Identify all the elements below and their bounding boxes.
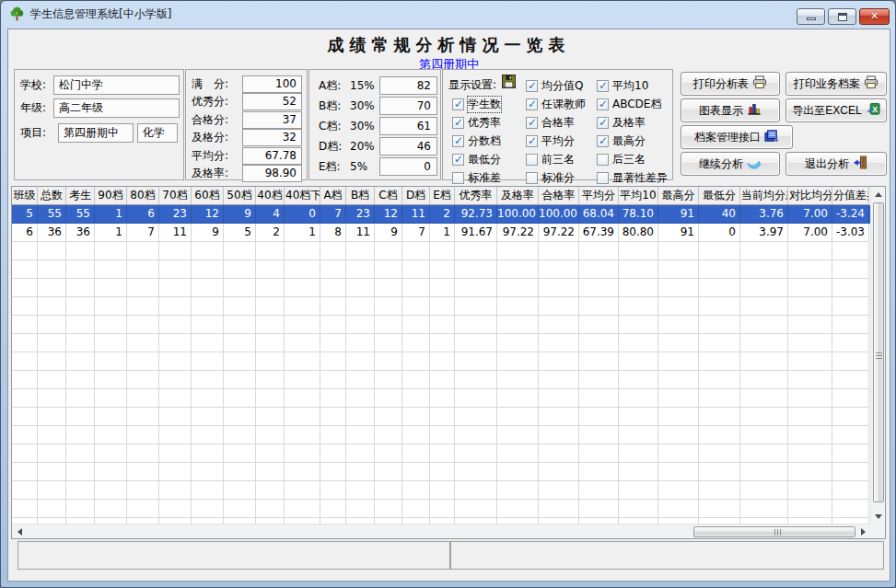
- checkbox-checked-icon[interactable]: [526, 80, 538, 92]
- checkbox-checked-icon[interactable]: [452, 135, 464, 147]
- chart-display-button[interactable]: 图表显示: [681, 98, 780, 122]
- grade-band-value[interactable]: 61: [379, 117, 437, 135]
- maximize-button[interactable]: [828, 8, 856, 25]
- exit-analysis-button[interactable]: 退出分析: [785, 152, 887, 176]
- horizontal-scroll-thumb[interactable]: [693, 526, 855, 537]
- display-option-前三名[interactable]: 前三名: [526, 150, 586, 168]
- archive-interface-button[interactable]: 档案管理接口: [681, 125, 793, 149]
- grid-cell-empty: [619, 389, 658, 408]
- grid-cell-empty: [95, 279, 127, 297]
- scroll-down-arrow[interactable]: [871, 509, 886, 524]
- checkbox-unchecked-icon[interactable]: [597, 172, 609, 184]
- grid-cell: 7: [402, 224, 430, 242]
- info-panel: 学校: 松门中学 年级: 高二年级 项目: 第四册期中 化学: [14, 69, 184, 180]
- grid-cell-empty: [375, 297, 402, 316]
- project-subject-field[interactable]: 化学: [137, 123, 178, 143]
- display-option-优秀率[interactable]: 优秀率: [452, 113, 501, 132]
- checkbox-label: 显著性差异: [612, 170, 668, 186]
- checkbox-checked-icon[interactable]: [526, 135, 538, 147]
- grade-band-label: E档:: [319, 159, 350, 175]
- grid-cell-empty: [127, 444, 159, 463]
- grid-cell-empty: [430, 352, 455, 371]
- grid-cell-empty: [699, 500, 740, 518]
- checkbox-checked-icon[interactable]: [452, 117, 464, 129]
- grid-cell-empty: [539, 408, 579, 426]
- project-term-field[interactable]: 第四册期中: [58, 123, 134, 143]
- score-setting-value[interactable]: 32: [242, 129, 302, 146]
- grid-cell-empty: [159, 352, 192, 371]
- grid-cell-empty: [455, 316, 497, 334]
- vertical-scroll-thumb[interactable]: [873, 202, 884, 502]
- scroll-up-arrow[interactable]: [871, 187, 886, 202]
- horizontal-scrollbar[interactable]: [12, 524, 870, 538]
- display-option-标准分[interactable]: 标准分: [526, 168, 586, 187]
- display-option-学生数[interactable]: 学生数: [452, 95, 501, 113]
- display-settings-panel: 显示设置: 学生数优秀率分数档最低分标准差 均分值Q任课教师合格率平均分前三名标…: [442, 69, 673, 180]
- score-setting-value[interactable]: 52: [242, 93, 302, 110]
- checkbox-checked-icon[interactable]: [452, 98, 464, 110]
- display-option-及格率[interactable]: 及格率: [597, 113, 668, 132]
- close-button[interactable]: ✕: [859, 8, 890, 25]
- grade-band-value[interactable]: 0: [379, 157, 437, 176]
- save-settings-icon[interactable]: [502, 75, 516, 88]
- minimize-button[interactable]: [797, 8, 825, 25]
- score-setting-value[interactable]: 67.78: [242, 147, 302, 165]
- grid-cell-empty: [38, 426, 66, 444]
- scroll-right-arrow[interactable]: [855, 525, 870, 539]
- checkbox-unchecked-icon[interactable]: [597, 154, 609, 166]
- grade-band-value[interactable]: 46: [379, 137, 437, 156]
- print-analysis-table-button[interactable]: 打印分析表: [681, 72, 780, 96]
- display-option-最低分[interactable]: 最低分: [452, 150, 501, 168]
- display-option-ABCDE档[interactable]: ABCDE档: [597, 95, 668, 113]
- grade-band-value[interactable]: 82: [379, 76, 437, 95]
- grid-cell-empty: [95, 316, 127, 334]
- display-option-平均10[interactable]: 平均10: [597, 76, 668, 95]
- scroll-left-arrow[interactable]: [12, 525, 27, 539]
- grid-cell-empty: [224, 426, 256, 444]
- grid-header-cell: 当前均分差: [740, 187, 788, 205]
- display-option-平均分[interactable]: 平均分: [526, 132, 586, 150]
- table-row[interactable]: 636361711952181197191.6797.2297.2267.398…: [12, 224, 870, 242]
- grid-cell-empty: [788, 297, 832, 316]
- table-row[interactable]: 555551623129407231211292.73100.00100.006…: [12, 205, 870, 224]
- print-business-archive-button[interactable]: 打印业务档案: [785, 72, 887, 96]
- score-setting-value[interactable]: 98.90: [242, 165, 302, 182]
- checkbox-checked-icon[interactable]: [452, 154, 464, 166]
- display-option-标准差[interactable]: 标准差: [452, 168, 501, 187]
- checkbox-checked-icon[interactable]: [526, 117, 538, 129]
- grid-cell-empty: [192, 408, 224, 426]
- checkbox-unchecked-icon[interactable]: [452, 172, 464, 184]
- grid-cell-empty: [159, 426, 192, 444]
- display-option-均分值Q[interactable]: 均分值Q: [526, 76, 586, 95]
- checkbox-unchecked-icon[interactable]: [526, 172, 538, 184]
- continue-analysis-button[interactable]: 继续分析: [681, 152, 780, 176]
- checkbox-checked-icon[interactable]: [597, 98, 609, 110]
- grid-cell-empty: [402, 279, 430, 297]
- checkbox-checked-icon[interactable]: [597, 135, 609, 147]
- grade-field[interactable]: 高二年级: [53, 98, 180, 118]
- checkbox-unchecked-icon[interactable]: [526, 154, 538, 166]
- grid-cell: 1: [430, 224, 455, 242]
- grid-cell-empty: [579, 334, 619, 352]
- display-option-最高分[interactable]: 最高分: [597, 132, 668, 150]
- score-setting-value[interactable]: 37: [242, 111, 302, 129]
- grid-cell-empty: [95, 334, 127, 352]
- grid-cell-empty: [346, 426, 375, 444]
- grid-cell-empty: [375, 500, 402, 518]
- grid-cell-empty: [320, 426, 346, 444]
- checkbox-checked-icon[interactable]: [526, 98, 538, 110]
- display-option-合格率[interactable]: 合格率: [526, 113, 586, 132]
- display-option-显著性差异[interactable]: 显著性差异: [597, 168, 668, 187]
- display-option-后三名[interactable]: 后三名: [597, 150, 668, 168]
- school-field[interactable]: 松门中学: [53, 75, 180, 95]
- score-setting-value[interactable]: 100: [242, 75, 302, 93]
- checkbox-checked-icon[interactable]: [597, 117, 609, 129]
- display-option-分数档[interactable]: 分数档: [452, 132, 501, 150]
- grade-band-value[interactable]: 70: [379, 97, 437, 115]
- vertical-scrollbar[interactable]: [870, 187, 885, 524]
- export-excel-button[interactable]: 导出至EXCELX: [785, 98, 887, 122]
- checkbox-checked-icon[interactable]: [597, 80, 609, 92]
- display-option-任课教师[interactable]: 任课教师: [526, 95, 586, 113]
- grid-cell-empty: [788, 242, 832, 260]
- grid-cell-empty: [740, 426, 788, 444]
